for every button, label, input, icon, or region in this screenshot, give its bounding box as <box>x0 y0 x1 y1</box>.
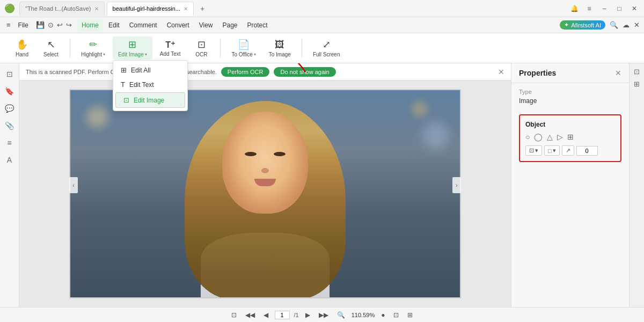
sidebar-attachment-icon[interactable]: 📎 <box>3 119 16 132</box>
zoom-dot[interactable]: ● <box>379 310 387 320</box>
prev-page-button[interactable]: ◀ <box>261 310 270 320</box>
to-office-label: To Office <box>231 52 252 57</box>
add-tab-button[interactable]: + <box>196 2 209 15</box>
nav-arrow-left[interactable]: ‹ <box>69 177 78 193</box>
select-tool[interactable]: ↖ Select <box>38 36 64 60</box>
cloud-icon[interactable]: ☁ <box>623 21 630 29</box>
stroke-arrow: ▾ <box>553 147 556 154</box>
right-sidebar-icon-2[interactable]: ⊞ <box>634 80 640 88</box>
tab-hairdressing[interactable]: beautiful-girl-hairdressin... ✕ <box>107 2 194 16</box>
hamburger-menu-icon[interactable]: ≡ <box>6 21 11 29</box>
obj-play-icon[interactable]: ▷ <box>557 133 563 141</box>
file-menu[interactable]: File <box>14 19 33 31</box>
dropdown-edit-text[interactable]: T Edit Text <box>113 77 187 92</box>
menu-edit[interactable]: Edit <box>104 19 124 31</box>
add-text-icon: T⁺ <box>165 40 175 50</box>
to-image-tool[interactable]: 🖼 To Image <box>264 37 296 60</box>
tab-road[interactable]: "The Road t...(AutoSave) ✕ <box>19 2 105 16</box>
tab-hairdressing-close[interactable]: ✕ <box>184 6 188 12</box>
stroke-icon: □ <box>548 148 552 154</box>
to-office-icon: 📄 <box>238 39 250 50</box>
to-image-label: To Image <box>269 52 291 57</box>
menu-close-icon[interactable]: ✕ <box>634 21 640 29</box>
to-office-tool[interactable]: 📄 To Office ▾ <box>226 36 261 60</box>
redo-icon[interactable]: ↪ <box>66 21 72 29</box>
zoom-level: 110.59% <box>352 312 375 318</box>
ai-button[interactable]: ✦ Afirstsoft AI <box>560 20 605 30</box>
page-total: /1 <box>294 312 299 318</box>
obj-triangle-icon[interactable]: △ <box>547 133 553 141</box>
object-bottom-row: ⊡ ▾ □ ▾ ↗ <box>525 145 615 156</box>
hand-tool[interactable]: ✋ Hand <box>9 36 35 60</box>
page-number-input[interactable] <box>275 311 290 319</box>
zoom-fit-button[interactable]: ⊡ <box>391 310 401 320</box>
first-page-button[interactable]: ◀◀ <box>243 310 257 320</box>
panel-header: Properties ✕ <box>511 63 629 83</box>
dropdown-edit-all[interactable]: ⊞ Edit All <box>113 63 187 77</box>
undo-icon[interactable]: ↩ <box>57 21 63 29</box>
add-text-tool[interactable]: T⁺ Add Text <box>155 38 186 59</box>
right-sidebar: ⊡ ⊞ <box>629 63 644 307</box>
hamburger-icon[interactable]: ≡ <box>584 3 595 14</box>
zoom-width-button[interactable]: ⊞ <box>405 310 415 320</box>
select-icon: ↖ <box>47 39 55 50</box>
sidebar-thumbnail-icon[interactable]: ⊡ <box>4 68 15 80</box>
notification-icon[interactable]: 🔔 <box>569 3 580 14</box>
tab-hairdressing-label: beautiful-girl-hairdressin... <box>113 5 181 12</box>
print-icon[interactable]: ⊙ <box>48 21 54 29</box>
obj-ring-icon[interactable]: ◯ <box>534 133 543 141</box>
edit-all-label: Edit All <box>131 67 151 74</box>
content-area: This is a scanned PDF. Perform OCR to ma… <box>19 63 511 307</box>
sidebar-layers-icon[interactable]: ≡ <box>5 136 13 149</box>
obj-fill-button[interactable]: ⊡ ▾ <box>525 145 542 156</box>
sidebar-bookmark-icon[interactable]: 🔖 <box>3 85 16 98</box>
obj-circle-icon[interactable]: ○ <box>525 133 530 141</box>
full-screen-label: Full Screen <box>313 52 340 57</box>
edit-image-tool[interactable]: ⊞ Edit Image ▾ <box>113 36 152 60</box>
menu-home[interactable]: Home <box>77 19 103 31</box>
ocr-tool[interactable]: ⊡ OCR <box>188 36 215 60</box>
sidebar-signature-icon[interactable]: A <box>5 153 14 166</box>
last-page-button[interactable]: ▶▶ <box>317 310 331 320</box>
left-sidebar: ⊡ 🔖 💬 📎 ≡ A <box>0 63 19 307</box>
menu-bar: ≡ File 💾 ⊙ ↩ ↪ Home Edit Comment Convert… <box>0 17 644 33</box>
menu-comment[interactable]: Comment <box>125 19 162 31</box>
menu-convert[interactable]: Convert <box>163 19 194 31</box>
obj-stroke-button[interactable]: □ ▾ <box>544 145 560 156</box>
zoom-out-icon[interactable]: 🔍 <box>335 310 347 320</box>
panel-title: Properties <box>519 69 556 77</box>
ai-button-label: Afirstsoft AI <box>571 22 601 28</box>
obj-grid-icon[interactable]: ⊞ <box>567 133 574 141</box>
right-sidebar-icon-1[interactable]: ⊡ <box>634 68 640 76</box>
full-screen-icon: ⤢ <box>323 39 331 50</box>
search-icon[interactable]: 🔍 <box>610 21 618 29</box>
obj-opacity-button[interactable]: ↗ <box>562 145 574 156</box>
menu-protect[interactable]: Protect <box>243 19 272 31</box>
minimize-button[interactable]: – <box>599 3 610 14</box>
highlight-tool[interactable]: ✏ Highlight ▾ <box>76 36 111 60</box>
close-button[interactable]: ✕ <box>629 3 640 14</box>
obj-value-input[interactable] <box>576 146 598 156</box>
menu-page[interactable]: Page <box>218 19 241 31</box>
ai-star-icon: ✦ <box>564 21 569 28</box>
edit-image-dd-label: Edit Image <box>134 97 164 104</box>
tab-road-close[interactable]: ✕ <box>94 6 99 12</box>
edit-all-icon: ⊞ <box>121 66 127 74</box>
file-area: ≡ File 💾 ⊙ ↩ ↪ <box>6 19 72 31</box>
object-section: Object ○ ◯ △ ▷ ⊞ ⊡ ▾ □ ▾ ↗ <box>519 114 621 162</box>
save-icon[interactable]: 💾 <box>36 21 45 29</box>
next-page-button[interactable]: ▶ <box>303 310 312 320</box>
full-screen-tool[interactable]: ⤢ Full Screen <box>308 36 346 60</box>
edit-image-icon: ⊞ <box>128 39 136 50</box>
separator-2 <box>220 39 221 58</box>
tab-road-label: "The Road t...(AutoSave) <box>25 5 91 12</box>
dropdown-edit-image[interactable]: ⊡ Edit Image <box>115 92 185 108</box>
pdf-image-container[interactable] <box>69 89 461 298</box>
sidebar-comment-icon[interactable]: 💬 <box>3 102 16 115</box>
nav-arrow-right[interactable]: › <box>452 177 461 193</box>
panel-close-icon[interactable]: ✕ <box>615 69 621 77</box>
maximize-button[interactable]: □ <box>614 3 625 14</box>
page-fit-icon[interactable]: ⊡ <box>229 310 239 320</box>
select-label: Select <box>43 52 58 57</box>
menu-view[interactable]: View <box>195 19 217 31</box>
